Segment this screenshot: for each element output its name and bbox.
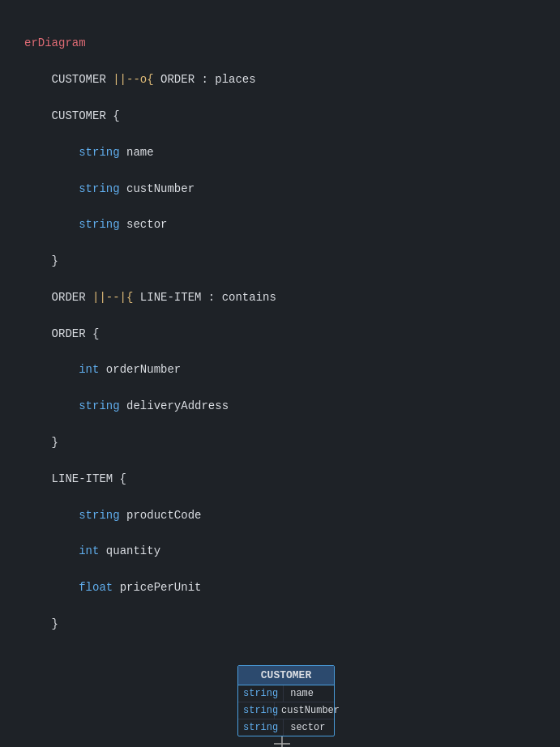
code-block: erDiagram CUSTOMER ||--o{ ORDER : places… xyxy=(0,0,560,649)
customer-row-sector: string sector xyxy=(238,719,334,736)
customer-header: CUSTOMER xyxy=(238,666,334,685)
customer-entity: CUSTOMER string name string custNumber s… xyxy=(237,665,335,736)
er-diagram: CUSTOMER string name string custNumber s… xyxy=(0,657,560,747)
customer-row-name: string name xyxy=(238,685,334,702)
customer-row-custnumber: string custNumber xyxy=(238,702,334,719)
keyword-er: erDiagram xyxy=(24,36,86,49)
